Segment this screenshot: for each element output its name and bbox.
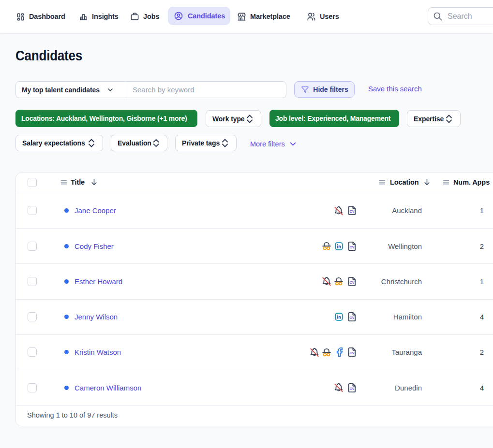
svg-text:CV: CV: [349, 210, 354, 214]
svg-text:CV: CV: [349, 351, 354, 355]
svg-text:CV: CV: [349, 245, 354, 249]
svg-text:CV: CV: [349, 316, 354, 320]
svg-text:CV: CV: [349, 280, 354, 284]
svg-text:CV: CV: [349, 387, 354, 390]
